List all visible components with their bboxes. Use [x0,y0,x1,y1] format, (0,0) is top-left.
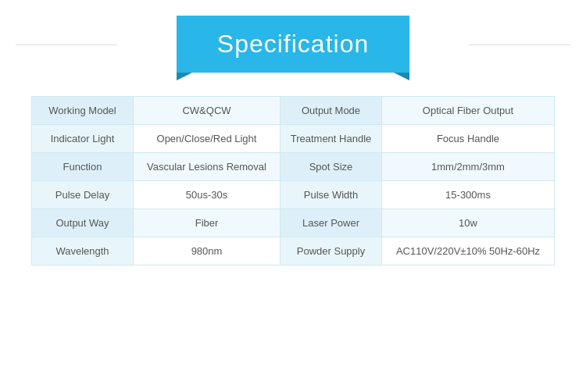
title-box: Specification [177,16,409,73]
value-cell-right: AC110V/220V±10% 50Hz-60Hz [382,237,555,265]
table-row: Pulse Delay50us-30sPulse Width15-300ms [32,181,555,209]
value-cell-left: CW&QCW [134,97,280,125]
page: Specification Working ModelCW&QCWOutput … [0,0,586,392]
table-row: Working ModelCW&QCWOutput ModeOptical Fi… [32,97,555,125]
label-cell-left: Indicator Light [32,125,134,153]
label-cell-right: Output Mode [280,97,382,125]
value-cell-left: 50us-30s [134,181,280,209]
table-row: FunctionVascular Lesions RemovalSpot Siz… [32,153,555,181]
header-area: Specification [0,0,586,88]
label-cell-right: Powder Supply [280,237,382,265]
label-cell-left: Output Way [32,209,134,237]
label-cell-left: Wavelength [32,237,134,265]
spec-table: Working ModelCW&QCWOutput ModeOptical Fi… [31,96,555,265]
label-cell-right: Treatment Handle [280,125,382,153]
label-cell-left: Function [32,153,134,181]
value-cell-right: Optical Fiber Output [382,97,555,125]
table-row: Indicator LightOpen/Close/Red LightTreat… [32,125,555,153]
spec-table-wrapper: Working ModelCW&QCWOutput ModeOptical Fi… [0,88,586,273]
label-cell-left: Working Model [32,97,134,125]
label-cell-right: Pulse Width [280,181,382,209]
value-cell-left: Fiber [134,209,280,237]
table-row: Output WayFiberLaser Power10w [32,209,555,237]
table-row: Wavelength980nmPowder SupplyAC110V/220V±… [32,237,555,265]
value-cell-right: 10w [382,209,555,237]
label-cell-right: Spot Size [280,153,382,181]
value-cell-right: 1mm/2mm/3mm [382,153,555,181]
value-cell-left: Open/Close/Red Light [134,125,280,153]
value-cell-right: Focus Handle [382,125,555,153]
label-cell-left: Pulse Delay [32,181,134,209]
value-cell-right: 15-300ms [382,181,555,209]
value-cell-left: 980nm [134,237,280,265]
page-title: Specification [217,30,369,58]
value-cell-left: Vascular Lesions Removal [134,153,280,181]
label-cell-right: Laser Power [280,209,382,237]
